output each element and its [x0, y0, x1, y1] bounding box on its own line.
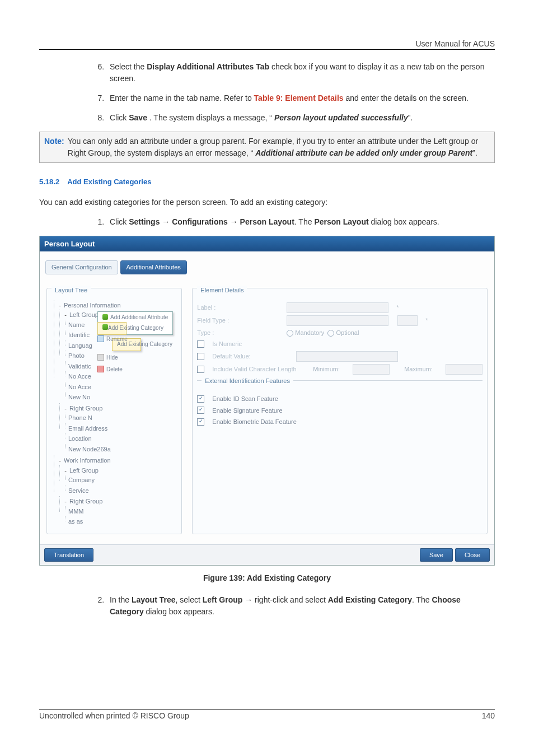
label-input[interactable] — [287, 302, 388, 313]
step2-2: In the Layout Tree, select Left Group → … — [106, 594, 495, 618]
ctx-rename[interactable]: Rename — [97, 334, 132, 344]
tree-work-info[interactable]: Work Information — [64, 457, 111, 464]
layout-tree-panel: Layout Tree -Personal Information -Left … — [46, 288, 182, 534]
section-heading: 5.18.2Add Existing Categories — [39, 176, 495, 188]
step-8: Click Save . The system displays a messa… — [106, 112, 495, 124]
add-icon — [102, 314, 108, 320]
tab-additional-attributes[interactable]: Additional Attributes — [120, 260, 187, 274]
dialog-title: Person Layout — [40, 236, 494, 252]
chk-isnumeric[interactable] — [197, 340, 204, 348]
dialog-tabs: General Configuration Additional Attribu… — [40, 251, 494, 274]
translation-button[interactable]: Translation — [44, 548, 93, 562]
dialog-bottom-bar: Translation Save Close — [40, 544, 494, 566]
manual-title: User Manual for ACUS — [415, 39, 495, 48]
delete-icon — [97, 366, 104, 372]
ctx-add-additional-attribute[interactable]: Add Additional Attribute — [98, 312, 172, 323]
tree-asas[interactable]: as as — [68, 516, 177, 527]
tree-left-group[interactable]: Left Group — [69, 311, 99, 318]
tree-new-no[interactable]: New No — [68, 392, 177, 403]
tree-left-group2[interactable]: Left Group — [69, 467, 99, 474]
element-details-panel: Element Details Label :* Field Type :* T… — [192, 288, 488, 534]
step-list-3: In the Layout Tree, select Left Group → … — [106, 594, 495, 618]
footer-left: Uncontrolled when printed © RISCO Group — [39, 711, 189, 720]
ctx-hide[interactable]: Hide — [97, 352, 132, 363]
context-menu-3: Rename Hide Delete — [97, 334, 132, 375]
ctx-delete[interactable]: Delete — [97, 364, 132, 375]
tree-personal-info[interactable]: Personal Information — [64, 302, 121, 309]
tree-phone[interactable]: Phone N — [68, 413, 177, 423]
step-7: Enter the name in the tab name. Refer to… — [106, 92, 495, 104]
step-list-1: Select the Display Additional Attributes… — [106, 61, 495, 124]
chk-include-length[interactable] — [197, 366, 204, 373]
close-button[interactable]: Close — [455, 548, 490, 562]
layout-tree: -Personal Information -Left Group Name I… — [47, 300, 181, 534]
figure-caption: Figure 139: Add Existing Category — [39, 572, 495, 584]
max-input[interactable] — [446, 364, 483, 375]
add-icon — [102, 324, 108, 330]
tree-service[interactable]: Service — [68, 486, 177, 496]
body-content: Select the Display Additional Attributes… — [39, 50, 495, 618]
table-9-link[interactable]: Table 9: Element Details — [254, 94, 344, 102]
figure-screenshot: Person Layout General Configuration Addi… — [39, 236, 495, 566]
default-value-input[interactable] — [296, 351, 398, 362]
page-footer: Uncontrolled when printed © RISCO Group … — [39, 710, 495, 720]
radio-mandatory[interactable] — [287, 330, 293, 337]
min-input[interactable] — [353, 364, 390, 375]
save-button[interactable]: Save — [420, 548, 453, 562]
chk-default-value[interactable] — [197, 353, 204, 360]
tree-location[interactable]: Location — [68, 433, 177, 444]
intro-para: You can add existing categories for the … — [39, 197, 495, 208]
tree-newnode[interactable]: New Node269a — [68, 444, 177, 455]
ctx-add-existing-category[interactable]: Add Existing Category — [97, 322, 127, 335]
rename-icon — [97, 335, 104, 342]
radio-optional[interactable] — [327, 330, 334, 337]
tree-mmm[interactable]: MMM — [68, 506, 177, 517]
tree-right-group[interactable]: Right Group — [69, 405, 102, 412]
tree-email[interactable]: Email Address — [68, 423, 177, 434]
hide-icon — [97, 354, 104, 361]
context-menu-1: Add Additional Attribute Add Existing Ca… — [97, 311, 173, 335]
tree-right-group2[interactable]: Right Group — [69, 498, 102, 505]
step-list-2: Click Settings → Configurations → Person… — [106, 216, 495, 228]
chk-signature[interactable] — [197, 407, 204, 414]
field-type-select[interactable] — [287, 315, 388, 326]
external-id-features-panel: External Identification Features Enable … — [197, 380, 483, 427]
page-header: User Manual for ACUS — [39, 39, 495, 50]
note-box: Note: You can only add an attribute unde… — [39, 132, 495, 163]
tree-no-acce2[interactable]: No Acce — [68, 382, 177, 393]
tree-company[interactable]: Company — [68, 475, 177, 486]
field-type-dropdown-icon[interactable] — [397, 315, 418, 326]
tab-general[interactable]: General Configuration — [45, 260, 118, 274]
chk-id-scan[interactable] — [197, 395, 204, 403]
footer-page-number: 140 — [482, 711, 495, 720]
step-6: Select the Display Additional Attributes… — [106, 61, 495, 85]
step2-1: Click Settings → Configurations → Person… — [106, 216, 495, 228]
note-label: Note: — [40, 136, 68, 159]
chk-biometric[interactable] — [197, 418, 204, 426]
